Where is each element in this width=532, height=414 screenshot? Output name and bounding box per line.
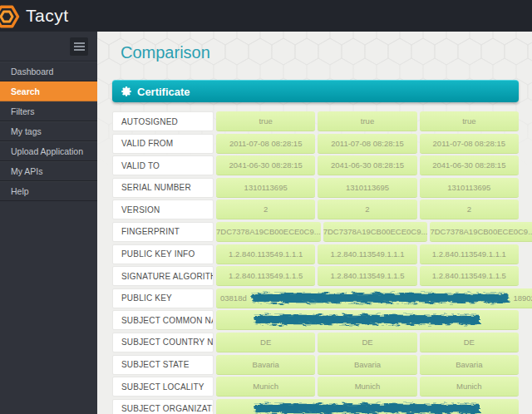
value-cell: true [318, 111, 416, 131]
value-cell: Munich [318, 377, 416, 397]
row-label: VALID TO [112, 155, 214, 175]
hamburger-icon[interactable] [70, 37, 88, 56]
value-cell: 1310113695 [318, 178, 416, 198]
row-label: FINGERPRINT [112, 222, 214, 242]
value-cell: 1.2.840.113549.1.1.5 [216, 266, 315, 286]
row-values: 7DC7378A19CB00ECE0C9...7DC7378A19CB00ECE… [216, 222, 532, 242]
value-cell: 2011-07-08 08:28:15 [420, 134, 519, 154]
value-cell: 2011-07-08 08:28:15 [216, 134, 315, 154]
table-row: PUBLIC KEY INFO1.2.840.113549.1.1.11.2.8… [112, 244, 519, 264]
value-cell: DE [216, 333, 315, 352]
sidebar-menu: DashboardSearchFiltersMy tagsUpload Appl… [0, 62, 97, 201]
row-values: 03818d18902818100a... [216, 288, 532, 308]
table-row: SUBJECT ORGANIZATIO... [112, 399, 519, 414]
value-cell: Bavaria [216, 355, 315, 375]
value-cell: Bavaria [420, 355, 519, 375]
value-cell: Munich [216, 377, 315, 397]
sidebar-header [0, 32, 97, 62]
redaction-scribble [251, 313, 484, 327]
row-label: SUBJECT COUNTRY NA... [112, 333, 214, 352]
main-content: Comparison Certificate AUTOSIGNEDtruetru… [97, 32, 532, 414]
value-cell: 7DC7378A19CB00ECE0C9... [430, 222, 532, 242]
redaction-scribble [251, 402, 484, 414]
row-label: VALID FROM [112, 134, 214, 154]
page-title: Comparison [121, 43, 519, 63]
value-cell: 7DC7378A19CB00ECE0C9... [323, 222, 428, 242]
value-cell: DE [318, 333, 416, 352]
value-cell: 7DC7378A19CB00ECE0C9... [216, 222, 321, 242]
redacted-value-cell [216, 310, 519, 330]
row-values: BavariaBavariaBavaria [216, 355, 519, 375]
certificate-section-header[interactable]: Certificate [112, 80, 519, 102]
sidebar: DashboardSearchFiltersMy tagsUpload Appl… [0, 32, 97, 414]
hexagon-logo-icon [0, 2, 21, 31]
row-label: SUBJECT STATE [112, 355, 214, 375]
row-values: DEDEDE [216, 333, 519, 352]
value-cell: true [216, 111, 315, 131]
app-title: Tacyt [26, 6, 69, 26]
redacted-value-cell [216, 399, 519, 414]
sidebar-item-my-apis[interactable]: My APIs [0, 161, 97, 181]
row-values: 1.2.840.113549.1.1.11.2.840.113549.1.1.1… [216, 244, 519, 264]
row-label: SUBJECT LOCALITY [112, 377, 214, 397]
value-cell: 2 [318, 200, 416, 219]
table-row: SUBJECT COUNTRY NA...DEDEDE [112, 333, 519, 352]
value-cell: true [420, 111, 519, 131]
row-values: 2041-06-30 08:28:152041-06-30 08:28:1520… [216, 155, 519, 175]
table-row: SIGNATURE ALGORITHM1.2.840.113549.1.1.51… [112, 266, 519, 286]
value-cell: 1310113695 [216, 178, 315, 198]
sidebar-item-upload-application[interactable]: Upload Application [0, 141, 97, 161]
value-cell: 2011-07-08 08:28:15 [318, 134, 416, 154]
row-values [216, 310, 519, 330]
row-label: SERIAL NUMBER [112, 178, 214, 198]
value-cell: 2041-06-30 08:28:15 [318, 155, 416, 175]
value-cell: 1.2.840.113549.1.1.5 [318, 266, 416, 286]
app-logo: Tacyt [0, 2, 69, 31]
value-cell: 1.2.840.113549.1.1.1 [216, 244, 315, 264]
certificate-table: AUTOSIGNEDtruetruetrueVALID FROM2011-07-… [112, 111, 519, 414]
row-label: AUTOSIGNED [112, 111, 214, 131]
table-row: VERSION222 [112, 200, 519, 219]
value-cell: DE [420, 333, 519, 352]
row-label: SIGNATURE ALGORITHM [112, 266, 214, 286]
sidebar-item-my-tags[interactable]: My tags [0, 121, 97, 141]
table-row: SUBJECT STATEBavariaBavariaBavaria [112, 355, 519, 375]
row-values: truetruetrue [216, 111, 519, 131]
table-row: FINGERPRINT7DC7378A19CB00ECE0C9...7DC737… [112, 222, 519, 242]
value-cell: 2041-06-30 08:28:15 [216, 155, 315, 175]
row-label: PUBLIC KEY INFO [112, 244, 214, 264]
value-fragment: 18902818100a... [513, 293, 532, 303]
row-values: MunichMunichMunich [216, 377, 519, 397]
value-cell: 1.2.840.113549.1.1.1 [318, 244, 416, 264]
top-bar: Tacyt [0, 0, 532, 32]
row-values: 1.2.840.113549.1.1.51.2.840.113549.1.1.5… [216, 266, 519, 286]
redacted-value-cell: 03818d18902818100a... [216, 288, 532, 308]
value-cell: Bavaria [318, 355, 416, 375]
row-label: VERSION [112, 200, 214, 219]
table-row: SUBJECT LOCALITYMunichMunichMunich [112, 377, 519, 397]
sidebar-item-help[interactable]: Help [0, 181, 97, 201]
value-cell: 1310113695 [420, 178, 519, 198]
row-label: PUBLIC KEY [112, 288, 214, 308]
value-cell: 2041-06-30 08:28:15 [420, 155, 519, 175]
value-cell: 2 [420, 200, 519, 219]
table-row: VALID TO2041-06-30 08:28:152041-06-30 08… [112, 155, 519, 175]
row-label: SUBJECT ORGANIZATIO... [112, 399, 214, 414]
sidebar-item-search[interactable]: Search [0, 81, 97, 101]
table-row: SUBJECT COMMON NAME [112, 310, 519, 330]
row-values [216, 399, 519, 414]
row-values: 2011-07-08 08:28:152011-07-08 08:28:1520… [216, 134, 519, 154]
section-title: Certificate [137, 86, 190, 98]
seal-icon [121, 86, 131, 96]
value-fragment: 03818d [220, 293, 247, 303]
value-cell: 1.2.840.113549.1.1.1 [420, 244, 519, 264]
table-row: PUBLIC KEY03818d18902818100a... [112, 288, 519, 308]
table-row: VALID FROM2011-07-08 08:28:152011-07-08 … [112, 134, 519, 154]
row-values: 222 [216, 200, 519, 219]
value-cell: 1.2.840.113549.1.1.5 [420, 266, 519, 286]
value-cell: Munich [420, 377, 519, 397]
sidebar-item-dashboard[interactable]: Dashboard [0, 62, 97, 81]
table-row: SERIAL NUMBER131011369513101136951310113… [112, 178, 519, 198]
row-label: SUBJECT COMMON NAME [112, 310, 214, 330]
sidebar-item-filters[interactable]: Filters [0, 101, 97, 121]
